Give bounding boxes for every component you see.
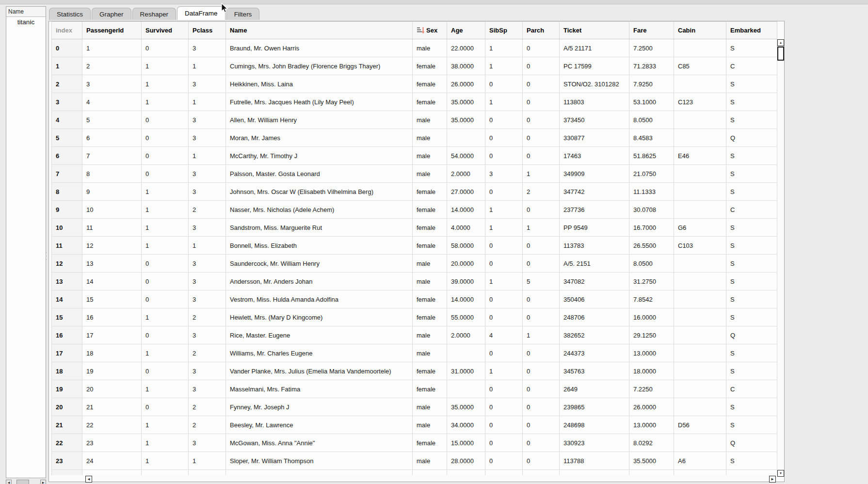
table-cell[interactable]: 0 [142,290,189,308]
table-cell[interactable]: male [413,39,447,57]
table-cell[interactable]: 14 [82,273,142,290]
table-cell[interactable]: 0 [523,111,560,129]
table-cell[interactable]: 14.0000 [447,201,485,219]
table-cell[interactable]: 17 [52,344,82,362]
table-cell[interactable]: 1 [142,452,189,470]
table-cell[interactable]: 1 [485,201,523,219]
table-cell[interactable]: 18 [52,362,82,380]
table-cell[interactable]: 13.0000 [629,344,674,362]
table-cell[interactable]: C [726,57,777,75]
table-cell[interactable]: male [413,398,447,416]
table-cell[interactable]: 113803 [560,93,629,111]
table-cell[interactable]: 1 [485,273,523,290]
table-cell[interactable]: 0 [523,237,560,255]
table-cell[interactable]: 21.0750 [629,165,674,183]
table-cell[interactable]: male [413,255,447,273]
table-cell[interactable]: 330877 [560,129,629,147]
table-cell[interactable]: S [726,344,777,362]
table-cell[interactable]: 0 [142,39,189,57]
table-cell[interactable]: 1 [52,57,82,75]
table-cell[interactable]: 113783 [560,237,629,255]
table-cell[interactable]: 31.0000 [447,362,485,380]
table-cell[interactable]: 21 [52,416,82,434]
table-cell[interactable] [674,380,726,398]
table-cell[interactable]: 345763 [560,362,629,380]
table-cell[interactable]: 22 [52,434,82,452]
table-cell[interactable]: 20.0000 [447,255,485,273]
table-cell[interactable]: female [413,290,447,308]
table-cell[interactable]: Futrelle, Mrs. Jacques Heath (Lily May P… [226,93,413,111]
table-cell[interactable]: 2 [189,308,226,326]
table-cell[interactable]: 16.7000 [629,219,674,237]
table-cell[interactable]: 248698 [560,416,629,434]
table-cell[interactable]: 7.9250 [629,75,674,93]
table-cell[interactable]: S [726,75,777,93]
table-cell[interactable]: 0 [485,255,523,273]
table-cell[interactable]: 0 [485,344,523,362]
table-cell[interactable]: 3 [189,273,226,290]
table-cell[interactable]: 0 [523,129,560,147]
table-cell[interactable]: Andersson, Mr. Anders Johan [226,273,413,290]
table-cell[interactable]: 248706 [560,308,629,326]
scrollbar-thumb[interactable] [16,480,29,484]
table-cell[interactable]: S [726,237,777,255]
table-cell[interactable]: 0 [523,201,560,219]
table-cell[interactable]: 3 [189,111,226,129]
table-cell[interactable]: S [726,452,777,470]
table-cell[interactable]: 10 [52,219,82,237]
table-cell[interactable]: 58.0000 [447,237,485,255]
table-cell[interactable]: Rice, Master. Eugene [226,326,413,344]
table-cell[interactable]: 0 [523,344,560,362]
table-cell[interactable]: 1 [142,201,189,219]
table-cell[interactable]: 0 [485,290,523,308]
table-cell[interactable] [674,165,726,183]
table-cell[interactable]: 0 [523,255,560,273]
table-cell[interactable]: 3 [189,39,226,57]
table-cell[interactable]: A/5 21171 [560,39,629,57]
table-cell[interactable]: 0 [485,183,523,201]
table-cell[interactable]: female [413,362,447,380]
table-cell[interactable]: 0 [142,165,189,183]
table-cell[interactable]: female [413,57,447,75]
table-cell[interactable] [447,380,485,398]
table-cell[interactable]: 7 [52,165,82,183]
table-cell[interactable]: 1 [142,344,189,362]
table-cell[interactable]: Sandstrom, Miss. Marguerite Rut [226,219,413,237]
table-cell[interactable]: male [413,111,447,129]
table-cell[interactable]: Bonnell, Miss. Elizabeth [226,237,413,255]
table-cell[interactable] [674,434,726,452]
table-cell[interactable]: Moran, Mr. James [226,129,413,147]
sidebar-horizontal-scrollbar[interactable]: ◀ ▶ [6,480,46,484]
table-cell[interactable]: male [413,165,447,183]
table-cell[interactable]: 15 [82,290,142,308]
table-cell[interactable]: McCarthy, Mr. Timothy J [226,147,413,165]
table-cell[interactable]: 1 [142,183,189,201]
table-cell[interactable]: 5 [82,111,142,129]
table-cell[interactable] [674,39,726,57]
table-cell[interactable]: 1 [142,308,189,326]
table-cell[interactable]: 26.5500 [629,237,674,255]
table-cell[interactable]: 12 [82,237,142,255]
table-cell[interactable]: 12 [52,255,82,273]
table-cell[interactable]: 7.2500 [629,39,674,57]
table-cell[interactable]: 35.0000 [447,398,485,416]
table-cell[interactable]: 28.0000 [447,452,485,470]
table-cell[interactable]: E46 [674,147,726,165]
table-cell[interactable]: Q [726,129,777,147]
table-cell[interactable]: S [726,398,777,416]
table-cell[interactable]: female [413,201,447,219]
table-cell[interactable] [674,201,726,219]
table-cell[interactable]: Hewlett, Mrs. (Mary D Kingcome) [226,308,413,326]
table-cell[interactable]: 10 [82,201,142,219]
table-cell[interactable]: female [413,434,447,452]
scroll-right-icon[interactable]: ▶ [769,476,776,483]
table-cell[interactable]: 1 [523,326,560,344]
table-cell[interactable]: S [726,255,777,273]
table-cell[interactable]: 13.0000 [629,416,674,434]
table-cell[interactable]: 1 [142,75,189,93]
table-cell[interactable]: 18.0000 [629,362,674,380]
table-cell[interactable]: 1 [142,380,189,398]
table-cell[interactable]: male [413,344,447,362]
table-cell[interactable]: 1 [142,219,189,237]
table-cell[interactable]: 0 [142,362,189,380]
